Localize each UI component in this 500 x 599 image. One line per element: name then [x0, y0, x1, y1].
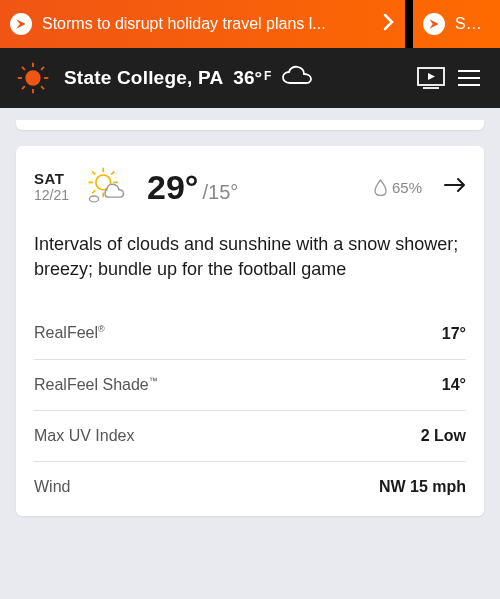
day-date: 12/21 — [34, 188, 69, 203]
news-item-1[interactable]: Storms to disrupt holiday travel plans l… — [0, 0, 405, 48]
svg-line-20 — [111, 171, 114, 174]
previous-card-edge — [16, 120, 484, 130]
svg-line-7 — [41, 67, 44, 70]
cloud-icon — [281, 65, 313, 91]
news-brand-icon — [423, 13, 445, 35]
detail-label: Wind — [34, 478, 70, 496]
chevron-right-icon — [383, 13, 395, 35]
partly-cloudy-icon — [83, 164, 129, 210]
precipitation: 65% — [374, 179, 422, 196]
current-temp: 36°F — [233, 67, 271, 89]
svg-line-5 — [22, 67, 25, 70]
detail-value: 17° — [442, 325, 466, 343]
detail-value: 2 Low — [421, 427, 466, 445]
news-brand-icon — [10, 13, 32, 35]
sun-icon — [16, 61, 50, 95]
detail-row: RealFeel®17° — [34, 308, 466, 359]
droplet-icon — [374, 179, 387, 196]
news-text-1: Storms to disrupt holiday travel plans l… — [42, 15, 373, 33]
detail-row: Max UV Index2 Low — [34, 411, 466, 462]
location-name[interactable]: State College, PA — [64, 67, 223, 89]
svg-line-21 — [92, 190, 95, 193]
detail-value: 14° — [442, 376, 466, 394]
svg-point-23 — [89, 196, 98, 202]
svg-line-8 — [22, 86, 25, 89]
video-button[interactable] — [412, 59, 450, 97]
menu-button[interactable] — [450, 59, 488, 97]
day-block: SAT 12/21 — [34, 171, 69, 203]
temp-low: /15° — [202, 181, 238, 204]
app-header: State College, PA 36°F — [0, 48, 500, 108]
forecast-description: Intervals of clouds and sunshine with a … — [34, 232, 466, 282]
temp-high: 29° — [147, 168, 198, 207]
detail-label: RealFeel® — [34, 324, 105, 342]
news-text-2: Sever — [455, 15, 490, 33]
forecast-card: SAT 12/21 29° /15° — [16, 146, 484, 516]
details-list: RealFeel®17°RealFeel Shade™14°Max UV Ind… — [34, 308, 466, 512]
detail-label: RealFeel Shade™ — [34, 376, 158, 394]
content-area: SAT 12/21 29° /15° — [0, 108, 500, 528]
svg-line-18 — [92, 171, 95, 174]
svg-line-6 — [41, 86, 44, 89]
precip-value: 65% — [392, 179, 422, 196]
detail-row: WindNW 15 mph — [34, 462, 466, 512]
news-item-2[interactable]: Sever — [413, 0, 500, 48]
detail-value: NW 15 mph — [379, 478, 466, 496]
news-divider — [405, 0, 413, 48]
forecast-summary-row[interactable]: SAT 12/21 29° /15° — [34, 164, 466, 210]
detail-label: Max UV Index — [34, 427, 134, 445]
svg-point-0 — [25, 70, 40, 85]
news-ticker: Storms to disrupt holiday travel plans l… — [0, 0, 500, 48]
day-name: SAT — [34, 171, 69, 188]
temp-range: 29° /15° — [147, 168, 238, 207]
arrow-right-icon — [444, 177, 466, 197]
detail-row: RealFeel Shade™14° — [34, 360, 466, 411]
